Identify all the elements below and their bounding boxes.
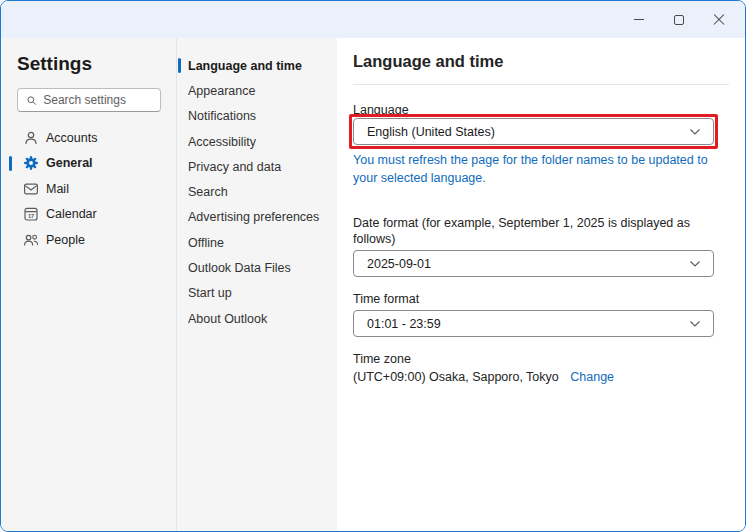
category-label: Start up — [188, 286, 232, 300]
settings-content-pane: Language and time Language English (Unit… — [337, 38, 745, 532]
settings-title: Settings — [1, 53, 176, 75]
maximize-icon — [674, 15, 684, 25]
sidebar-item-general[interactable]: General — [9, 151, 172, 177]
category-label: Notifications — [188, 109, 256, 123]
selection-bar — [178, 58, 181, 73]
category-offline[interactable]: Offline — [177, 230, 337, 255]
close-icon — [713, 14, 725, 26]
sidebar-item-label: People — [46, 233, 85, 247]
sidebar-item-label: Calendar — [46, 207, 97, 221]
time-format-value: 01:01 - 23:59 — [367, 317, 441, 331]
category-label: Accessibility — [188, 135, 256, 149]
close-button[interactable] — [699, 5, 739, 35]
maximize-button[interactable] — [659, 5, 699, 35]
time-zone-value: (UTC+09:00) Osaka, Sapporo, Tokyo — [353, 370, 559, 384]
language-dropdown[interactable]: English (United States) — [353, 118, 714, 145]
date-format-dropdown[interactable]: 2025-09-01 — [353, 250, 714, 277]
category-search[interactable]: Search — [177, 179, 337, 204]
calendar-icon: 17 — [23, 206, 39, 222]
category-outlook-data-files[interactable]: Outlook Data Files — [177, 255, 337, 280]
search-settings-input[interactable] — [43, 93, 152, 107]
time-zone-label: Time zone — [353, 351, 729, 367]
settings-window: Settings Accounts — [0, 0, 746, 532]
red-highlight-box: English (United States) — [349, 114, 718, 149]
date-format-field-group: Date format (for example, September 1, 2… — [353, 215, 729, 277]
category-label: Language and time — [188, 59, 302, 73]
category-language-and-time[interactable]: Language and time — [177, 53, 337, 78]
time-zone-field-group: Time zone (UTC+09:00) Osaka, Sapporo, To… — [353, 351, 729, 384]
category-label: Offline — [188, 236, 224, 250]
time-zone-change-link[interactable]: Change — [570, 370, 614, 384]
category-accessibility[interactable]: Accessibility — [177, 129, 337, 154]
svg-text:17: 17 — [28, 213, 34, 219]
gear-icon — [23, 155, 39, 171]
language-value: English (United States) — [367, 125, 495, 139]
settings-categories: Language and time Appearance Notificatio… — [177, 38, 337, 532]
sidebar-item-label: Accounts — [46, 131, 97, 145]
chevron-down-icon — [689, 260, 701, 268]
search-settings-box — [17, 88, 161, 112]
category-label: Appearance — [188, 84, 255, 98]
category-start-up[interactable]: Start up — [177, 281, 337, 306]
category-notifications[interactable]: Notifications — [177, 104, 337, 129]
category-label: Privacy and data — [188, 160, 281, 174]
category-about-outlook[interactable]: About Outlook — [177, 306, 337, 331]
minimize-icon — [634, 19, 644, 20]
category-advertising-preferences[interactable]: Advertising preferences — [177, 205, 337, 230]
time-format-label: Time format — [353, 291, 729, 307]
titlebar — [1, 1, 745, 38]
category-label: About Outlook — [188, 312, 267, 326]
sidebar-item-calendar[interactable]: 17 Calendar — [9, 202, 172, 228]
time-format-field-group: Time format 01:01 - 23:59 — [353, 291, 729, 337]
sidebar-item-label: General — [46, 156, 93, 170]
search-icon — [26, 94, 37, 107]
chevron-down-icon — [689, 128, 701, 136]
date-format-label: Date format (for example, September 1, 2… — [353, 215, 729, 247]
selection-bar — [9, 156, 12, 172]
sidebar-item-label: Mail — [46, 182, 69, 196]
language-refresh-note: You must refresh the page for the folder… — [353, 152, 729, 187]
category-label: Outlook Data Files — [188, 261, 291, 275]
chevron-down-icon — [689, 320, 701, 328]
settings-sidebar: Settings Accounts — [1, 38, 177, 532]
minimize-button[interactable] — [619, 5, 659, 35]
time-format-dropdown[interactable]: 01:01 - 23:59 — [353, 310, 714, 337]
page-title: Language and time — [353, 52, 729, 71]
sidebar-nav: Accounts General — [1, 125, 176, 253]
language-field-group: Language English (United States) You mus… — [353, 102, 729, 187]
date-format-value: 2025-09-01 — [367, 257, 431, 271]
category-label: Search — [188, 185, 228, 199]
sidebar-item-mail[interactable]: Mail — [9, 176, 172, 202]
mail-icon — [23, 181, 39, 197]
category-label: Advertising preferences — [188, 210, 319, 224]
people-icon — [23, 232, 39, 248]
sidebar-item-accounts[interactable]: Accounts — [9, 125, 172, 151]
category-appearance[interactable]: Appearance — [177, 78, 337, 103]
category-privacy-and-data[interactable]: Privacy and data — [177, 154, 337, 179]
sidebar-item-people[interactable]: People — [9, 227, 172, 253]
person-icon — [23, 130, 39, 146]
